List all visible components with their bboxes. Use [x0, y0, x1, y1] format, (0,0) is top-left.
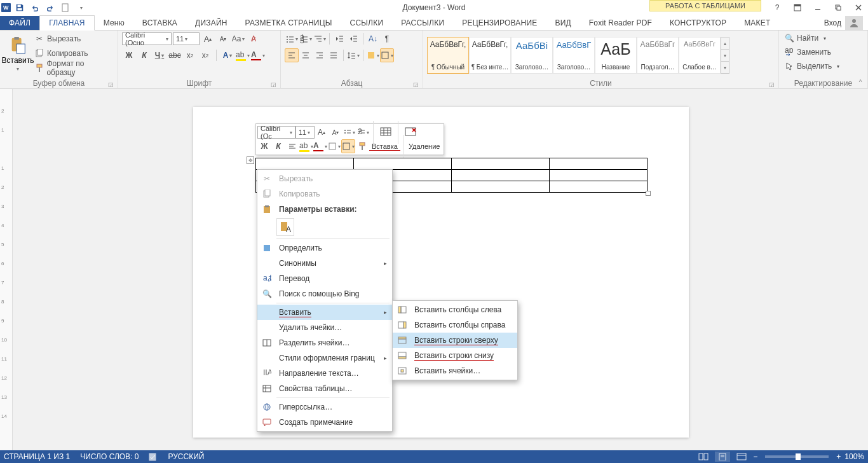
status-proofing-icon[interactable] — [149, 452, 158, 461]
minimize-icon[interactable] — [808, 1, 827, 15]
mini-numbering-icon[interactable]: 12 — [356, 125, 370, 139]
vertical-ruler[interactable]: 21 12 34 56 78 910 1112 1314 — [0, 89, 13, 450]
tab-mailings[interactable]: РАССЫЛКИ — [392, 16, 453, 30]
mini-delete-table-icon[interactable] — [401, 125, 420, 139]
font-color-icon[interactable]: A — [251, 48, 265, 62]
show-marks-icon[interactable]: ¶ — [380, 32, 394, 46]
italic-button[interactable]: К — [137, 48, 151, 62]
line-spacing-icon[interactable] — [346, 48, 360, 62]
multilevel-icon[interactable] — [313, 32, 327, 46]
shrink-font-icon[interactable]: A▾ — [216, 32, 230, 46]
ctx-cut[interactable]: ✂Вырезать — [257, 171, 392, 186]
styles-launcher-icon[interactable]: ◲ — [769, 81, 775, 88]
mini-italic-button[interactable]: К — [271, 139, 285, 153]
ctx-define[interactable]: Определить — [257, 240, 392, 256]
mini-insert-label[interactable]: Вставка — [369, 142, 400, 151]
sub-rows-above[interactable]: Вставить строки сверху — [393, 333, 517, 348]
dec-indent-icon[interactable] — [332, 32, 346, 46]
cut-button[interactable]: ✂Вырезать — [33, 32, 114, 45]
change-case-icon[interactable]: Aa — [231, 32, 245, 46]
clipboard-launcher-icon[interactable]: ◲ — [108, 81, 114, 88]
table-resize-handle[interactable] — [646, 191, 651, 196]
tab-insert[interactable]: ВСТАВКА — [133, 16, 186, 30]
zoom-out-icon[interactable]: − — [753, 452, 757, 461]
style-item[interactable]: АаБбВвГЗаголово… — [553, 37, 595, 74]
mini-font-color-icon[interactable]: A — [313, 139, 327, 153]
format-painter-button[interactable]: Формат по образцу — [33, 61, 114, 74]
font-launcher-icon[interactable]: ◲ — [271, 81, 276, 88]
gallery-scroll[interactable]: ▴▾▾ — [721, 37, 729, 74]
tab-design[interactable]: ДИЗАЙН — [186, 16, 236, 30]
mini-align-icon[interactable] — [285, 139, 299, 153]
style-item[interactable]: АаБбВвГгПодзагол… — [637, 37, 679, 74]
numbering-icon[interactable]: 123 — [299, 32, 313, 46]
ctx-translate[interactable]: aあПеревод — [257, 271, 392, 286]
superscript-icon[interactable]: x2 — [198, 48, 212, 62]
tab-menu[interactable]: Меню — [95, 16, 133, 30]
zoom-level[interactable]: 100% — [844, 452, 864, 461]
strike-button[interactable]: abc — [168, 48, 182, 62]
replace-button[interactable]: abЗаменить — [783, 46, 841, 59]
tab-view[interactable]: ВИД — [546, 16, 580, 30]
ctx-new-comment[interactable]: Создать примечание — [257, 415, 392, 430]
mini-insert-table-icon[interactable] — [376, 125, 395, 139]
zoom-slider[interactable] — [765, 455, 829, 458]
ctx-split-cells[interactable]: Разделить ячейки… — [257, 335, 392, 350]
ctx-synonyms[interactable]: Синонимы▸ — [257, 256, 392, 271]
select-button[interactable]: Выделить▾ — [783, 60, 841, 73]
sort-icon[interactable]: A↓ — [366, 32, 380, 46]
close-icon[interactable] — [849, 1, 868, 15]
table-move-handle[interactable]: ✥ — [247, 156, 254, 164]
clear-format-icon[interactable]: A̷ — [247, 32, 261, 46]
redo-icon[interactable] — [43, 1, 58, 15]
ribbon-display-icon[interactable] — [788, 1, 807, 15]
ctx-text-direction[interactable]: IIAНаправление текста… — [257, 366, 392, 381]
bullets-icon[interactable] — [285, 32, 299, 46]
shading-icon[interactable] — [366, 48, 380, 62]
paste-keep-text-icon[interactable]: A — [276, 218, 294, 236]
tab-home[interactable]: ГЛАВНАЯ — [39, 15, 94, 31]
ctx-border-styles[interactable]: Стили оформления границ▸ — [257, 350, 392, 366]
mini-size-combo[interactable]: 11 — [295, 126, 315, 139]
zoom-in-icon[interactable]: + — [836, 452, 841, 461]
font-name-combo[interactable]: Calibri (Осно — [122, 32, 172, 45]
view-read-icon[interactable] — [696, 452, 711, 462]
tab-constructor[interactable]: КОНСТРУКТОР — [661, 16, 735, 30]
paste-button[interactable]: Вставить ▾ — [4, 32, 32, 75]
inc-indent-icon[interactable] — [346, 32, 360, 46]
mini-bullets-icon[interactable] — [342, 125, 356, 139]
tab-maket[interactable]: МАКЕТ — [735, 16, 779, 30]
text-effects-icon[interactable]: A — [220, 48, 234, 62]
grow-font-icon[interactable]: A▴ — [201, 32, 215, 46]
mini-bold-button[interactable]: Ж — [257, 139, 271, 153]
status-page[interactable]: СТРАНИЦА 1 ИЗ 1 — [4, 452, 70, 461]
ctx-copy[interactable]: Копировать — [257, 186, 392, 202]
borders-icon[interactable] — [380, 48, 394, 62]
status-lang[interactable]: РУССКИЙ — [168, 452, 204, 461]
view-web-icon[interactable] — [734, 452, 749, 462]
tab-foxit[interactable]: Foxit Reader PDF — [580, 16, 661, 30]
ctx-insert[interactable]: Вставить▸ — [257, 305, 392, 320]
copy-button[interactable]: Копировать — [33, 46, 114, 60]
undo-icon[interactable] — [27, 1, 43, 15]
new-doc-icon[interactable] — [58, 1, 73, 15]
document-area[interactable]: Calibri (Ос 11 A▴ A▾ 12 Ж К — [13, 89, 868, 450]
help-icon[interactable]: ? — [768, 1, 787, 15]
sub-cells[interactable]: Вставить ячейки… — [393, 363, 517, 378]
mini-shading-icon[interactable] — [327, 139, 341, 153]
ctx-delete-cells[interactable]: Удалить ячейки… — [257, 320, 392, 335]
mini-grow-font-icon[interactable]: A▴ — [315, 125, 329, 139]
align-center-icon[interactable] — [299, 48, 313, 62]
font-size-combo[interactable]: 11 — [173, 32, 200, 45]
ctx-hyperlink[interactable]: Гиперссылка… — [257, 399, 392, 415]
ctx-table-props[interactable]: Свойства таблицы… — [257, 381, 392, 396]
align-right-icon[interactable] — [313, 48, 327, 62]
style-item[interactable]: АаБбВіЗаголово… — [511, 37, 553, 74]
status-words[interactable]: ЧИСЛО СЛОВ: 0 — [80, 452, 139, 461]
subscript-icon[interactable]: x2 — [183, 48, 197, 62]
align-left-icon[interactable] — [285, 48, 299, 62]
maximize-icon[interactable] — [829, 1, 848, 15]
tab-file[interactable]: ФАЙЛ — [0, 16, 39, 30]
tab-review[interactable]: РЕЦЕНЗИРОВАНИЕ — [453, 16, 546, 30]
style-item[interactable]: АаБбВвГг,¶ Без инте… — [469, 37, 511, 74]
